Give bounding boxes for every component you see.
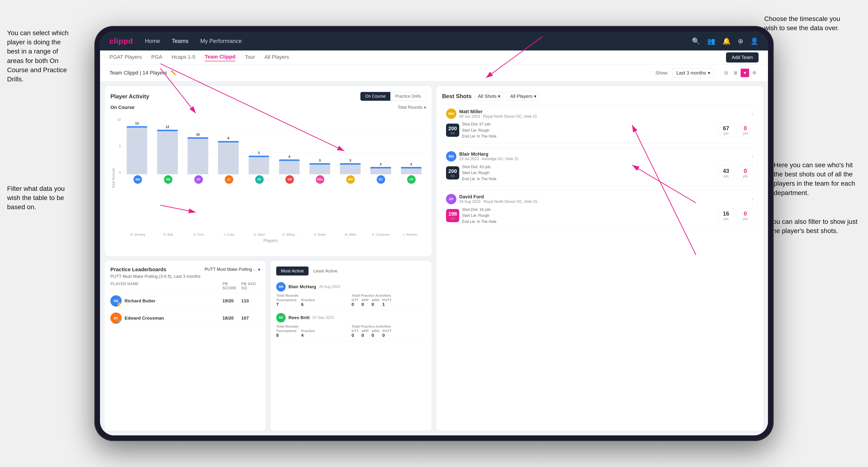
nav-link-home[interactable]: Home: [145, 38, 160, 44]
practice-row-1: EC 2 Edward Crossman 18/20 107: [111, 310, 260, 327]
chevron-down-icon: ▾: [498, 93, 500, 99]
subnav-pgat[interactable]: PGAT Players: [110, 54, 142, 61]
all-players-dropdown[interactable]: All Players ▾: [507, 92, 540, 101]
bottom-left-section: Practice Leaderboards PUTT Must Make Put…: [105, 261, 432, 431]
bar-value-3: 9: [227, 136, 229, 140]
shot-details-row-0: 200 SG Shot Dist: 67 yds Start Lie: Roug…: [446, 121, 753, 139]
y-label-5: 5: [115, 144, 121, 148]
bar-9: [401, 167, 422, 174]
bar-item-1: 12: [153, 118, 182, 174]
bar-item-0: 13: [122, 118, 152, 174]
player-name-0: Matt Miller: [459, 109, 749, 115]
nav-links: Home Teams My Performance: [145, 38, 680, 44]
shot-stat-box-1a: 43 yds: [718, 165, 734, 180]
tab-on-course[interactable]: On Course: [361, 92, 390, 101]
active-user-row-1: RB Rees Britt 02 Sep 2023 Total Rounds T…: [276, 310, 426, 341]
view-settings-btn[interactable]: ⚙: [750, 69, 758, 77]
shot-stat-box-2b: 0 yds: [737, 208, 753, 223]
player-avatar-0: MM: [446, 108, 456, 119]
nav-link-teams[interactable]: Teams: [172, 38, 188, 44]
practice-avatar-1: EC 2: [111, 312, 122, 324]
best-shots-title: Best Shots: [442, 93, 471, 99]
xlabel-5: G. Billing...: [275, 233, 305, 236]
tab-practice-drills[interactable]: Practice Drills: [390, 92, 426, 101]
avatar-4: EE: [245, 175, 274, 232]
view-heart-btn[interactable]: ♥: [741, 69, 749, 77]
most-active-card: Most Active Least Active BM Blair McHarg…: [271, 261, 432, 431]
player-activity-title: Player Activity: [111, 93, 149, 100]
practice-player-info-0: RB 1 Richard Butler: [111, 295, 222, 307]
shot-player-row-0: MM Matt Miller 09 Jun 2023 · Royal North…: [446, 108, 753, 119]
subnav-all-players[interactable]: All Players: [265, 54, 289, 61]
practice-dropdown[interactable]: PUTT Must Make Putting ... ▾: [205, 267, 260, 272]
shot-details-row-1: 200 SG Shot Dist: 43 yds Start Lie: Roug…: [446, 164, 753, 182]
user-header-1: RB Rees Britt 02 Sep 2023: [276, 313, 426, 322]
bar-item-2: 10: [183, 118, 213, 174]
view-list-btn[interactable]: ⊟: [722, 69, 730, 77]
shot-details-row-2: 198 SG Shot Dist: 16 yds Start Lie: Roug…: [446, 207, 753, 225]
user-avatar-1: RB: [276, 313, 286, 322]
bar-value-1: 12: [165, 125, 169, 129]
search-icon[interactable]: 🔍: [692, 37, 700, 45]
shot-stat-box-0a: 67 yds: [718, 123, 734, 137]
xlabel-2: D. Ford: [184, 233, 214, 236]
bar-value-7: 3: [349, 158, 351, 162]
avatar-row: BM RB DF JC EE GB RBu MM EC LR: [123, 175, 426, 232]
shot-player-row-2: DF David Ford 24 Aug 2023 · Royal North …: [446, 194, 753, 204]
subnav-hcaps[interactable]: Hcaps 1-5: [172, 54, 195, 61]
sub-nav: PGAT Players PGA Hcaps 1-5 Team Clippd T…: [100, 51, 768, 65]
xlabel-7: M. Miller: [336, 233, 365, 236]
x-labels: B. McHarg R. Britt D. Ford J. Coles E. E…: [115, 233, 426, 236]
xlabel-8: E. Crossman: [366, 233, 396, 236]
y-label-0: 0: [115, 170, 121, 174]
bars-area: 13 12 10: [122, 118, 426, 174]
chevron-right-2[interactable]: ›: [752, 196, 753, 203]
bar-item-4: 5: [244, 118, 274, 174]
player-detail-1: 23 Jul 2023 · Ashridge GC, Hole 15: [459, 157, 749, 161]
chevron-right-1[interactable]: ›: [752, 153, 753, 160]
shot-stat-box-2a: 16 yds: [718, 208, 734, 223]
subnav-tour[interactable]: Tour: [245, 54, 255, 61]
edit-icon[interactable]: ✏️: [171, 70, 177, 76]
player-name-1: Blair McHarg: [459, 151, 749, 157]
annotation-player-selection: You can select which player is doing the…: [7, 28, 73, 84]
bar-4: [249, 156, 269, 174]
best-shots-card: Best Shots All Shots ▾ All Players ▾ MM: [436, 86, 763, 431]
bar-item-6: 3: [305, 118, 335, 174]
annotation-filter: Filter what data you wish the table to b…: [7, 184, 73, 212]
bar-item-3: 9: [214, 118, 243, 174]
add-team-button[interactable]: Add Team: [726, 52, 758, 63]
subnav-team-clippd[interactable]: Team Clippd: [205, 54, 236, 61]
view-grid-btn[interactable]: ⊞: [731, 69, 740, 77]
annotation-best-shots: Here you can see who's hit the best shot…: [774, 160, 859, 197]
show-dropdown[interactable]: Last 3 months ▾: [672, 68, 714, 77]
total-rounds-dropdown[interactable]: Total Rounds ▾: [398, 105, 426, 110]
player-detail-0: 09 Jun 2023 · Royal North Devon GC, Hole…: [459, 115, 749, 119]
shot-badge-1: 200 SG: [446, 166, 459, 180]
active-tab-row: Most Active Least Active: [276, 267, 426, 276]
avatar-9: LR: [397, 175, 426, 232]
xlabel-6: R. Butler: [305, 233, 335, 236]
tab-most-active[interactable]: Most Active: [276, 267, 309, 276]
avatar-3: JC: [214, 175, 244, 232]
subnav-pga[interactable]: PGA: [151, 54, 162, 61]
bar-value-5: 4: [288, 155, 290, 158]
add-icon[interactable]: ⊕: [738, 37, 743, 45]
all-shots-dropdown[interactable]: All Shots ▾: [474, 92, 504, 101]
player-activity-header: Player Activity On Course Practice Drill…: [111, 92, 426, 101]
shot-info-2: Shot Dist: 16 yds Start Lie: Rough End L…: [462, 207, 715, 225]
player-avatar-1: BM: [446, 151, 456, 161]
bell-icon[interactable]: 🔔: [722, 37, 731, 45]
rank-badge-0: 1: [118, 302, 122, 307]
tab-least-active[interactable]: Least Active: [309, 267, 342, 276]
xlabel-3: J. Coles: [214, 233, 244, 236]
player-info-1: Blair McHarg 23 Jul 2023 · Ashridge GC, …: [459, 151, 749, 161]
bar-1: [157, 130, 178, 174]
users-icon[interactable]: 👥: [707, 37, 715, 45]
bar-value-2: 10: [196, 132, 200, 136]
bar-item-8: 2: [366, 118, 396, 174]
nav-link-performance[interactable]: My Performance: [200, 38, 242, 44]
chevron-right-0[interactable]: ›: [752, 111, 753, 117]
avatar-6: RBu: [305, 175, 335, 232]
user-avatar-icon[interactable]: 👤: [750, 37, 758, 45]
